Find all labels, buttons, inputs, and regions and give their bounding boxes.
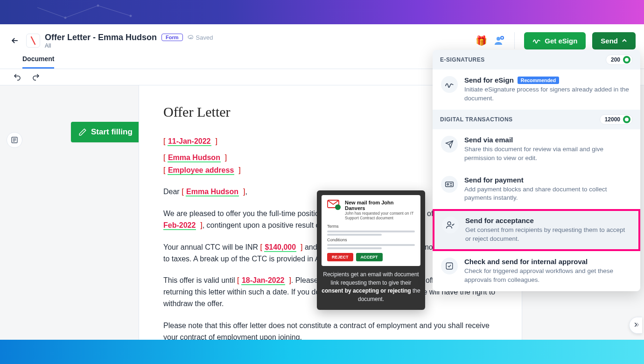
svg-point-12 (447, 183, 448, 185)
esign-count: 200 (606, 55, 633, 65)
tooltip-reject: REJECT (327, 253, 353, 261)
tooltip-mail-subtitle: John has requested your consent on IT Su… (345, 211, 415, 220)
send-dropdown: E-SIGNATURES 200 Send for eSignRecommend… (433, 50, 640, 291)
field-ctc[interactable]: $140,000 (264, 243, 296, 252)
app-chrome-header (0, 0, 644, 24)
payment-icon (441, 176, 458, 193)
signature-icon (441, 76, 458, 93)
chevron-up-icon (622, 38, 627, 43)
outline-toggle-icon[interactable] (7, 132, 22, 148)
tab-document[interactable]: Document (22, 52, 54, 69)
get-esign-button[interactable]: Get eSign (524, 32, 586, 49)
field-valid-until[interactable]: 18-Jan-2022 (241, 276, 285, 285)
footer-bar (0, 340, 644, 364)
pencil-icon (78, 128, 87, 136)
field-name[interactable]: Emma Hudson (168, 154, 221, 162)
start-filling-button[interactable]: Start filling (71, 122, 143, 142)
app-logo (26, 34, 40, 48)
field-address[interactable]: Employee address (168, 166, 234, 175)
svg-rect-11 (446, 182, 454, 187)
paper-plane-icon (441, 136, 458, 153)
breadcrumb[interactable]: All (45, 42, 213, 49)
mail-shield-icon (327, 200, 341, 210)
svg-line-1 (65, 6, 98, 18)
send-for-payment[interactable]: Send for payment Add payment blocks and … (433, 169, 640, 210)
user-check-icon (442, 217, 459, 233)
svg-point-10 (335, 204, 341, 210)
add-user-icon[interactable] (494, 35, 505, 46)
svg-point-3 (64, 17, 66, 19)
back-button[interactable] (8, 34, 21, 47)
saved-indicator: Saved (188, 34, 213, 41)
send-for-acceptance[interactable]: Send for acceptance Get consent from rec… (433, 209, 640, 251)
svg-point-6 (497, 37, 500, 41)
recommended-badge: Recommended (518, 77, 559, 84)
tooltip-caption: Recipients get an email with document li… (322, 271, 420, 303)
field-date[interactable]: 11-Jan-2022 (168, 137, 211, 146)
tooltip-accept: ACCEPT (356, 253, 383, 261)
section-transactions: DIGITAL TRANSACTIONS 12000 (433, 110, 640, 129)
transactions-count: 12000 (600, 114, 633, 125)
send-button[interactable]: Send (592, 32, 636, 49)
document-title: Offer Letter - Emma Hudson (45, 33, 157, 42)
undo-icon[interactable] (13, 73, 21, 81)
svg-line-2 (98, 6, 131, 16)
send-via-email[interactable]: Send via email Share this document for r… (433, 129, 640, 169)
toolbar: Offer Letter - Emma Hudson Form Saved Al… (0, 24, 644, 52)
acceptance-tooltip: New mail from John Danvers John has requ… (317, 190, 425, 310)
section-esignatures: E-SIGNATURES 200 (433, 50, 640, 70)
tooltip-mail-title: New mail from John Danvers (345, 200, 415, 211)
form-badge: Form (161, 34, 183, 41)
svg-rect-14 (446, 263, 453, 269)
svg-point-5 (130, 15, 132, 17)
field-greeting-name[interactable]: Emma Hudson (186, 188, 239, 196)
gift-icon[interactable]: 🎁 (476, 35, 487, 46)
svg-line-0 (37, 7, 65, 18)
redo-icon[interactable] (32, 73, 40, 81)
send-for-esign[interactable]: Send for eSignRecommended Initiate eSign… (433, 70, 640, 110)
collapse-handle-icon[interactable] (629, 317, 642, 334)
svg-point-13 (448, 222, 451, 225)
svg-point-4 (97, 5, 99, 7)
send-for-approval[interactable]: Check and send for internal approval Che… (433, 251, 640, 291)
approval-icon (441, 258, 458, 274)
